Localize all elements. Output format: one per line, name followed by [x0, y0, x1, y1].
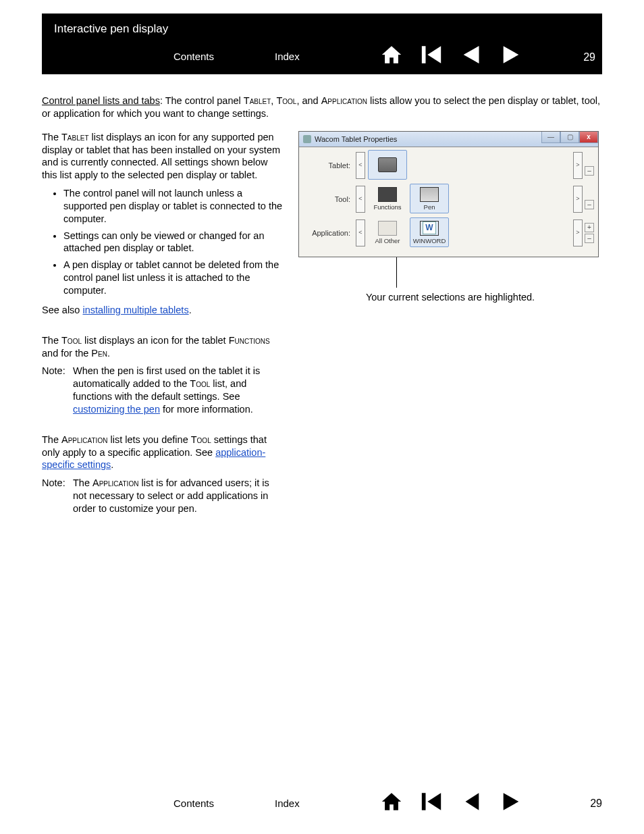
item-label: All Other [375, 237, 400, 245]
list-item: Settings can only be viewed or changed f… [63, 230, 285, 255]
winword-item[interactable]: WINWORD [410, 217, 449, 247]
note-body: The Application list is for advanced use… [73, 477, 285, 515]
list-item: A pen display or tablet cannot be delete… [63, 259, 285, 297]
tool-list-paragraph: The Tool list displays an icon for the t… [42, 334, 285, 360]
tablet-item[interactable] [368, 150, 407, 180]
page-number: 29 [583, 51, 595, 65]
minimize-button[interactable]: — [541, 132, 560, 143]
index-link[interactable]: Index [275, 50, 373, 63]
item-label: Functions [373, 203, 401, 211]
header-nav: Contents Index [173, 43, 606, 70]
scroll-left-button[interactable]: < [356, 152, 365, 179]
scroll-right-button[interactable]: > [573, 219, 583, 246]
svg-rect-2 [422, 793, 426, 810]
application-note: Note: The Application list is for advanc… [42, 477, 285, 515]
window-app-icon [303, 135, 311, 143]
callout-text: Your current selections are highlighted. [366, 292, 535, 303]
svg-rect-0 [422, 46, 426, 63]
scroll-right-button[interactable]: > [573, 152, 583, 179]
installing-multiple-tablets-link[interactable]: installing multiple tablets [82, 305, 188, 315]
contents-link[interactable]: Contents [173, 50, 275, 63]
index-link[interactable]: Index [275, 797, 373, 810]
nav-icons [379, 790, 523, 816]
right-column: Wacom Tablet Properties — ▢ x Tablet: < [298, 131, 602, 515]
application-strip: All Other WINWORD [365, 217, 573, 249]
page-number: 29 [590, 797, 602, 811]
intro-paragraph: Control panel lists and tabs: The contro… [42, 95, 602, 120]
remove-button[interactable]: – [585, 166, 594, 176]
list-item: The control panel will not launch unless… [63, 187, 285, 226]
application-list-paragraph: The Application list lets you define Too… [42, 434, 285, 472]
side-buttons: + – [585, 155, 594, 176]
header-title: Interactive pen display [54, 22, 168, 36]
home-icon[interactable] [379, 790, 404, 816]
page-footer: Contents Index 29 [42, 780, 602, 820]
note-body: When the pen is first used on the tablet… [73, 365, 285, 415]
next-page-icon[interactable] [499, 790, 523, 816]
callout-line [396, 257, 397, 288]
tablet-list-paragraph: The Tablet list displays an icon for any… [42, 131, 285, 182]
contents-link[interactable]: Contents [173, 797, 275, 810]
tablet-notes-list: The control panel will not launch unless… [42, 187, 285, 297]
scroll-left-button[interactable]: < [356, 219, 365, 246]
see-also: See also installing multiple tablets. [42, 304, 285, 317]
functions-icon [378, 187, 397, 202]
all-other-item[interactable]: All Other [368, 217, 407, 247]
item-label: Pen [424, 203, 435, 211]
tool-label: Tool: [303, 194, 356, 204]
prev-page-icon[interactable] [459, 43, 483, 70]
scroll-right-button[interactable]: > [573, 186, 583, 213]
note-label: Note: [42, 365, 69, 415]
tablet-row: Tablet: < > + – [303, 150, 594, 181]
customizing-pen-link[interactable]: customizing the pen [73, 404, 160, 415]
scroll-left-button[interactable]: < [356, 186, 365, 213]
tablet-label: Tablet: [303, 161, 356, 170]
panel-body: Tablet: < > + – [299, 147, 598, 257]
page-header: Interactive pen display Contents Index 2… [42, 14, 602, 74]
nav-icons [379, 43, 523, 70]
pen-item[interactable]: Pen [410, 184, 449, 213]
functions-item[interactable]: Functions [368, 184, 407, 213]
maximize-button[interactable]: ▢ [560, 132, 579, 143]
all-other-icon [378, 221, 397, 236]
add-button[interactable]: + [585, 223, 594, 232]
page-content: Control panel lists and tabs: The contro… [42, 95, 602, 515]
intro-lead: Control panel lists and tabs [42, 95, 160, 106]
pen-icon [420, 187, 439, 202]
left-column: The Tablet list displays an icon for any… [42, 131, 285, 515]
tool-note: Note: When the pen is first used on the … [42, 365, 285, 415]
first-page-icon[interactable] [419, 790, 444, 816]
close-button[interactable]: x [579, 132, 598, 143]
home-icon[interactable] [379, 43, 404, 70]
callout: Your current selections are highlighted. [298, 291, 602, 304]
application-row: Application: < All Other WINWORD [303, 217, 594, 249]
window-title: Wacom Tablet Properties [315, 134, 397, 144]
note-label: Note: [42, 477, 69, 515]
wacom-properties-window: Wacom Tablet Properties — ▢ x Tablet: < [298, 131, 599, 257]
next-page-icon[interactable] [499, 43, 523, 70]
word-icon [420, 221, 439, 236]
remove-button[interactable]: – [585, 234, 594, 243]
window-controls: — ▢ x [541, 132, 598, 144]
first-page-icon[interactable] [419, 43, 444, 70]
tablet-icon [378, 157, 397, 172]
footer-nav: Contents Index [173, 790, 606, 816]
window-titlebar: Wacom Tablet Properties — ▢ x [299, 132, 598, 147]
tool-row: Tool: < Functions Pen > [303, 184, 594, 215]
side-buttons: + – [585, 189, 594, 209]
remove-button[interactable]: – [585, 200, 594, 209]
application-label: Application: [303, 228, 356, 238]
tool-strip: Functions Pen [365, 184, 573, 215]
item-label: WINWORD [413, 237, 446, 245]
side-buttons: + – [585, 223, 594, 243]
prev-page-icon[interactable] [459, 790, 483, 816]
tablet-strip [365, 150, 573, 181]
